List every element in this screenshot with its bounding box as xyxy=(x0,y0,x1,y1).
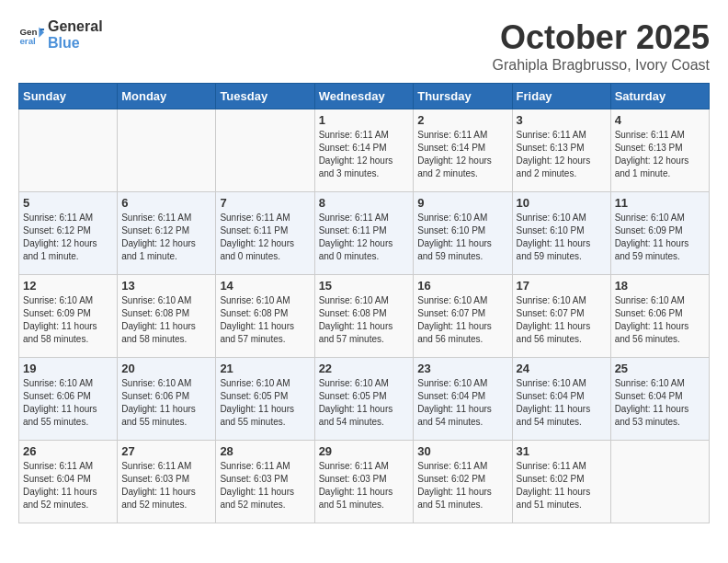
day-number: 1 xyxy=(319,113,410,127)
day-info: Sunrise: 6:11 AM Sunset: 6:03 PM Dayligh… xyxy=(319,460,410,511)
day-info: Sunrise: 6:11 AM Sunset: 6:11 PM Dayligh… xyxy=(319,212,410,263)
day-number: 29 xyxy=(319,444,410,458)
calendar-cell: 9Sunrise: 6:10 AM Sunset: 6:10 PM Daylig… xyxy=(414,192,512,275)
day-number: 12 xyxy=(23,279,113,293)
calendar-table: Sunday Monday Tuesday Wednesday Thursday… xyxy=(18,83,710,523)
calendar-cell: 11Sunrise: 6:10 AM Sunset: 6:09 PM Dayli… xyxy=(610,192,709,275)
calendar-cell: 10Sunrise: 6:10 AM Sunset: 6:10 PM Dayli… xyxy=(512,192,610,275)
day-number: 22 xyxy=(319,362,410,375)
day-number: 11 xyxy=(615,196,705,210)
calendar-cell: 24Sunrise: 6:10 AM Sunset: 6:04 PM Dayli… xyxy=(512,358,610,441)
calendar-body: 1Sunrise: 6:11 AM Sunset: 6:14 PM Daylig… xyxy=(19,109,710,523)
logo-icon: Gen eral xyxy=(18,22,44,48)
calendar-cell: 6Sunrise: 6:11 AM Sunset: 6:12 PM Daylig… xyxy=(118,192,216,275)
day-info: Sunrise: 6:10 AM Sunset: 6:07 PM Dayligh… xyxy=(417,294,507,346)
header-wednesday: Wednesday xyxy=(314,84,414,109)
header-monday: Monday xyxy=(118,84,216,109)
day-number: 16 xyxy=(417,279,507,293)
day-number: 8 xyxy=(319,196,410,210)
day-number: 13 xyxy=(121,279,211,293)
day-number: 27 xyxy=(121,444,211,458)
calendar-cell: 2Sunrise: 6:11 AM Sunset: 6:14 PM Daylig… xyxy=(414,109,512,192)
day-number: 6 xyxy=(121,196,211,210)
calendar-cell xyxy=(19,109,118,192)
day-number: 21 xyxy=(220,362,310,375)
weekday-header-row: Sunday Monday Tuesday Wednesday Thursday… xyxy=(19,84,710,109)
day-info: Sunrise: 6:10 AM Sunset: 6:06 PM Dayligh… xyxy=(615,294,705,346)
day-number: 3 xyxy=(517,113,607,127)
day-info: Sunrise: 6:10 AM Sunset: 6:10 PM Dayligh… xyxy=(417,212,507,263)
calendar-cell: 26Sunrise: 6:11 AM Sunset: 6:04 PM Dayli… xyxy=(19,441,118,523)
day-info: Sunrise: 6:10 AM Sunset: 6:05 PM Dayligh… xyxy=(319,377,410,429)
day-number: 30 xyxy=(417,444,507,458)
day-info: Sunrise: 6:10 AM Sunset: 6:09 PM Dayligh… xyxy=(615,212,705,263)
title-area: October 2025 Grahipla Bragbrusso, Ivory … xyxy=(492,18,710,74)
logo-line2: Blue xyxy=(48,35,103,52)
calendar-cell: 18Sunrise: 6:10 AM Sunset: 6:06 PM Dayli… xyxy=(610,275,709,358)
calendar-cell: 12Sunrise: 6:10 AM Sunset: 6:09 PM Dayli… xyxy=(19,275,118,358)
calendar-cell: 8Sunrise: 6:11 AM Sunset: 6:11 PM Daylig… xyxy=(314,192,414,275)
day-number: 24 xyxy=(517,362,607,375)
day-info: Sunrise: 6:10 AM Sunset: 6:04 PM Dayligh… xyxy=(615,377,705,429)
day-info: Sunrise: 6:10 AM Sunset: 6:08 PM Dayligh… xyxy=(220,294,310,346)
header-tuesday: Tuesday xyxy=(216,84,314,109)
day-info: Sunrise: 6:11 AM Sunset: 6:12 PM Dayligh… xyxy=(121,212,211,263)
day-info: Sunrise: 6:11 AM Sunset: 6:02 PM Dayligh… xyxy=(517,460,607,511)
calendar-cell: 14Sunrise: 6:10 AM Sunset: 6:08 PM Dayli… xyxy=(216,275,314,358)
day-info: Sunrise: 6:11 AM Sunset: 6:12 PM Dayligh… xyxy=(23,212,113,263)
svg-rect-3 xyxy=(40,29,44,30)
day-info: Sunrise: 6:11 AM Sunset: 6:14 PM Dayligh… xyxy=(417,129,507,180)
calendar-cell xyxy=(216,109,314,192)
day-number: 17 xyxy=(517,279,607,293)
calendar-cell: 28Sunrise: 6:11 AM Sunset: 6:03 PM Dayli… xyxy=(216,441,314,523)
header-sunday: Sunday xyxy=(19,84,118,109)
day-number: 7 xyxy=(220,196,310,210)
calendar-cell: 30Sunrise: 6:11 AM Sunset: 6:02 PM Dayli… xyxy=(414,441,512,523)
calendar-cell: 1Sunrise: 6:11 AM Sunset: 6:14 PM Daylig… xyxy=(314,109,414,192)
day-info: Sunrise: 6:11 AM Sunset: 6:11 PM Dayligh… xyxy=(220,212,310,263)
calendar-week-row: 19Sunrise: 6:10 AM Sunset: 6:06 PM Dayli… xyxy=(19,358,710,441)
header-thursday: Thursday xyxy=(414,84,512,109)
calendar-cell: 4Sunrise: 6:11 AM Sunset: 6:13 PM Daylig… xyxy=(610,109,709,192)
day-number: 19 xyxy=(23,362,113,375)
day-info: Sunrise: 6:10 AM Sunset: 6:04 PM Dayligh… xyxy=(417,377,507,429)
day-info: Sunrise: 6:10 AM Sunset: 6:06 PM Dayligh… xyxy=(23,377,113,429)
svg-text:eral: eral xyxy=(19,36,36,46)
calendar-cell: 23Sunrise: 6:10 AM Sunset: 6:04 PM Dayli… xyxy=(414,358,512,441)
day-info: Sunrise: 6:10 AM Sunset: 6:08 PM Dayligh… xyxy=(121,294,211,346)
day-number: 20 xyxy=(121,362,211,375)
day-number: 15 xyxy=(319,279,410,293)
day-number: 14 xyxy=(220,279,310,293)
location-title: Grahipla Bragbrusso, Ivory Coast xyxy=(492,57,710,74)
day-info: Sunrise: 6:10 AM Sunset: 6:06 PM Dayligh… xyxy=(121,377,211,429)
calendar-week-row: 12Sunrise: 6:10 AM Sunset: 6:09 PM Dayli… xyxy=(19,275,710,358)
calendar-cell: 29Sunrise: 6:11 AM Sunset: 6:03 PM Dayli… xyxy=(314,441,414,523)
header-saturday: Saturday xyxy=(610,84,709,109)
day-info: Sunrise: 6:11 AM Sunset: 6:03 PM Dayligh… xyxy=(220,460,310,511)
logo-line1: General xyxy=(48,18,103,35)
day-number: 23 xyxy=(417,362,507,375)
day-info: Sunrise: 6:11 AM Sunset: 6:02 PM Dayligh… xyxy=(417,460,507,511)
calendar-cell: 17Sunrise: 6:10 AM Sunset: 6:07 PM Dayli… xyxy=(512,275,610,358)
day-number: 25 xyxy=(615,362,705,375)
header: Gen eral General Blue October 2025 Grahi… xyxy=(18,18,710,74)
month-title: October 2025 xyxy=(492,18,710,57)
day-number: 9 xyxy=(417,196,507,210)
day-info: Sunrise: 6:10 AM Sunset: 6:08 PM Dayligh… xyxy=(319,294,410,346)
calendar-cell xyxy=(610,441,709,523)
header-friday: Friday xyxy=(512,84,610,109)
calendar-cell: 27Sunrise: 6:11 AM Sunset: 6:03 PM Dayli… xyxy=(118,441,216,523)
calendar-cell: 3Sunrise: 6:11 AM Sunset: 6:13 PM Daylig… xyxy=(512,109,610,192)
day-number: 31 xyxy=(517,444,607,458)
calendar-cell xyxy=(118,109,216,192)
calendar-week-row: 5Sunrise: 6:11 AM Sunset: 6:12 PM Daylig… xyxy=(19,192,710,275)
day-info: Sunrise: 6:10 AM Sunset: 6:10 PM Dayligh… xyxy=(517,212,607,263)
calendar-cell: 31Sunrise: 6:11 AM Sunset: 6:02 PM Dayli… xyxy=(512,441,610,523)
day-info: Sunrise: 6:10 AM Sunset: 6:09 PM Dayligh… xyxy=(23,294,113,346)
calendar-cell: 21Sunrise: 6:10 AM Sunset: 6:05 PM Dayli… xyxy=(216,358,314,441)
day-number: 2 xyxy=(417,113,507,127)
calendar-cell: 22Sunrise: 6:10 AM Sunset: 6:05 PM Dayli… xyxy=(314,358,414,441)
day-info: Sunrise: 6:11 AM Sunset: 6:14 PM Dayligh… xyxy=(319,129,410,180)
calendar-cell: 5Sunrise: 6:11 AM Sunset: 6:12 PM Daylig… xyxy=(19,192,118,275)
day-info: Sunrise: 6:11 AM Sunset: 6:04 PM Dayligh… xyxy=(23,460,113,511)
